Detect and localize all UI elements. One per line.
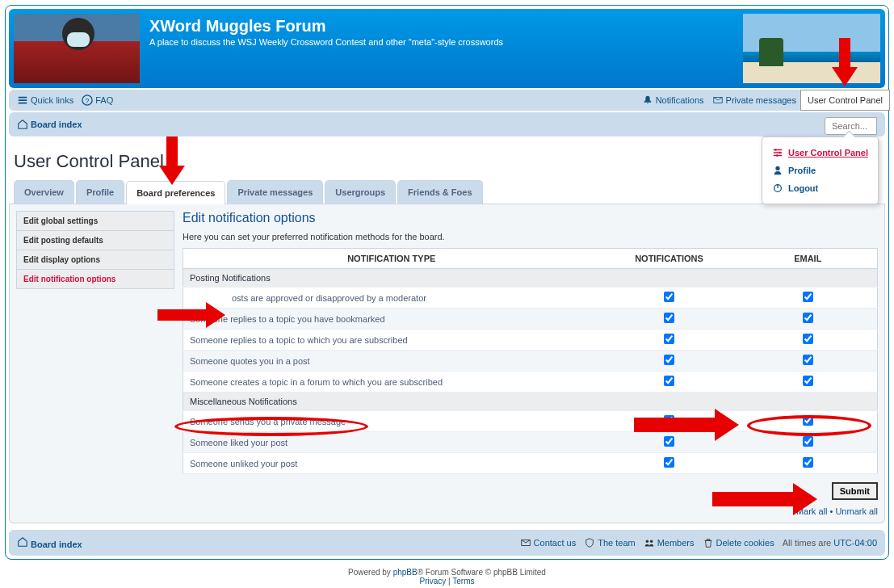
submit-button[interactable]: Submit <box>832 482 878 500</box>
email-checkbox[interactable] <box>803 436 813 447</box>
svg-point-9 <box>650 540 653 544</box>
members-link[interactable]: Members <box>657 538 695 548</box>
svg-point-8 <box>645 540 648 544</box>
side-menu-item[interactable]: Edit display options <box>17 250 174 270</box>
notification-checkbox[interactable] <box>664 355 674 365</box>
svg-point-5 <box>775 166 779 170</box>
quick-links-link[interactable]: Quick links <box>17 94 73 106</box>
mark-all-link[interactable]: Mark all <box>796 506 828 516</box>
home-icon <box>17 536 28 548</box>
private-messages-label: Private messages <box>726 95 796 105</box>
email-checkbox[interactable] <box>803 376 813 386</box>
tabs: OverviewProfileBoard preferencesPrivate … <box>9 180 885 204</box>
notification-checkbox[interactable] <box>664 457 674 468</box>
site-logo[interactable] <box>14 14 140 83</box>
tab-private-messages[interactable]: Private messages <box>227 180 323 204</box>
notifications-link[interactable]: Notifications <box>642 94 704 106</box>
notification-checkbox[interactable] <box>664 415 674 426</box>
sliders-icon <box>772 147 783 158</box>
section-header: Miscellaneous Notifications <box>183 393 878 411</box>
dropdown-ucp-link[interactable]: User Control Panel <box>772 144 868 162</box>
svg-text:?: ? <box>86 97 90 105</box>
tab-usergroups[interactable]: Usergroups <box>325 180 396 204</box>
table-row: Someone replies to a topic to which you … <box>183 330 878 351</box>
navbar: Quick links ? FAQ Notifications Private … <box>9 90 885 111</box>
notification-label: Someone replies to a topic to which you … <box>183 330 600 351</box>
email-checkbox[interactable] <box>803 334 813 344</box>
tab-friends-foes[interactable]: Friends & Foes <box>397 180 482 204</box>
faq-label: FAQ <box>95 95 113 105</box>
dropdown-logout-label: Logout <box>788 183 818 193</box>
board-index-link[interactable]: Board index <box>17 119 82 130</box>
page-title: User Control Panel <box>9 136 885 180</box>
email-checkbox[interactable] <box>803 313 813 323</box>
question-icon: ? <box>82 94 93 106</box>
users-icon <box>644 537 655 548</box>
trash-icon <box>703 537 714 548</box>
svg-point-2 <box>774 149 777 151</box>
main-content: Edit notification options Here you can s… <box>183 211 878 516</box>
email-checkbox[interactable] <box>803 457 813 468</box>
tab-overview[interactable]: Overview <box>14 180 74 204</box>
notification-checkbox[interactable] <box>664 334 674 344</box>
content-heading: Edit notification options <box>183 211 878 225</box>
user-icon <box>772 165 783 176</box>
notification-checkbox[interactable] <box>664 376 674 386</box>
dropdown-profile-link[interactable]: Profile <box>772 162 868 179</box>
notification-label: Someone creates a topic in a forum to wh… <box>183 372 600 393</box>
footer-board-index-link[interactable]: Board index <box>17 536 82 549</box>
footer-bar: Board index Contact us The team Members … <box>9 530 885 556</box>
mark-links: Mark all • Unmark all <box>183 503 878 516</box>
contact-link[interactable]: Contact us <box>534 538 577 548</box>
shield-icon <box>584 537 595 548</box>
phpbb-link[interactable]: phpBB <box>393 568 418 577</box>
bars-icon <box>17 94 28 106</box>
home-icon <box>17 119 28 130</box>
tab-board-preferences[interactable]: Board preferences <box>126 181 225 204</box>
notification-label: Someone replies to a topic you have book… <box>183 309 600 330</box>
table-row: Someone sends you a private message <box>183 411 878 432</box>
dropdown-ucp-label: User Control Panel <box>788 148 868 158</box>
th-notif: NOTIFICATIONS <box>600 249 739 269</box>
th-type: NOTIFICATION TYPE <box>183 249 600 269</box>
notifications-label: Notifications <box>656 95 704 105</box>
dropdown-profile-label: Profile <box>788 166 816 175</box>
inbox-icon <box>712 94 724 106</box>
dropdown-logout-link[interactable]: Logout <box>772 179 868 197</box>
notification-checkbox[interactable] <box>664 292 674 302</box>
side-menu-item[interactable]: Edit global settings <box>17 212 174 231</box>
table-row: Someone quotes you in a post <box>183 351 878 372</box>
email-checkbox[interactable] <box>803 355 813 365</box>
delete-cookies-link[interactable]: Delete cookies <box>716 538 774 548</box>
timezone-link[interactable]: UTC-04:00 <box>833 538 877 548</box>
email-checkbox[interactable] <box>803 292 813 302</box>
faq-link[interactable]: ? FAQ <box>82 94 113 106</box>
notification-checkbox[interactable] <box>664 313 674 323</box>
user-dropdown: User Control Panel Profile Logout <box>762 136 879 204</box>
ucp-tooltip: User Control Panel <box>800 90 890 111</box>
notification-label: osts are approved or disapproved by a mo… <box>183 288 600 309</box>
side-menu-item[interactable]: Edit notification options <box>17 270 174 288</box>
powered-by-text: Powered by <box>348 568 391 577</box>
privacy-link[interactable]: Privacy <box>419 577 446 586</box>
side-menu: Edit global settingsEdit posting default… <box>16 211 174 516</box>
content-intro: Here you can set your preferred notifica… <box>183 232 878 242</box>
team-link[interactable]: The team <box>598 538 635 548</box>
tab-profile[interactable]: Profile <box>76 180 124 204</box>
breadcrumb-bar: Board index User Control Panel Profile L… <box>9 112 885 136</box>
bell-icon <box>642 94 653 106</box>
notification-label: Someone unliked your post <box>183 453 600 474</box>
svg-point-3 <box>779 152 781 154</box>
section-header: Posting Notifications <box>183 269 878 288</box>
copyright: Powered by phpBB® Forum Software © phpBB… <box>5 560 889 588</box>
notification-checkbox[interactable] <box>664 436 674 447</box>
private-messages-link[interactable]: Private messages <box>712 94 796 106</box>
notification-table: NOTIFICATION TYPE NOTIFICATIONS EMAIL Po… <box>183 248 878 474</box>
table-row: Someone creates a topic in a forum to wh… <box>183 372 878 393</box>
email-checkbox[interactable] <box>803 415 813 426</box>
side-menu-item[interactable]: Edit posting defaults <box>17 231 174 250</box>
board-index-label: Board index <box>31 120 82 129</box>
unmark-all-link[interactable]: Unmark all <box>835 506 878 516</box>
table-row: Someone replies to a topic you have book… <box>183 309 878 330</box>
terms-link[interactable]: Terms <box>452 577 474 586</box>
